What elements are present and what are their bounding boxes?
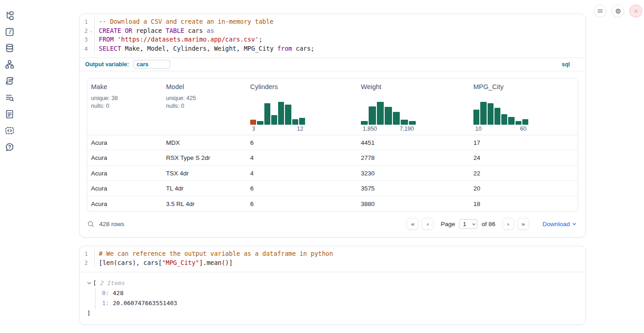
table-row[interactable]: AcuraTL 4dr6357520 <box>87 181 578 196</box>
table-row[interactable]: AcuraTSX 4dr4323022 <box>87 166 578 181</box>
column-header-make[interactable]: Make unique: 38 nulls: 0 <box>87 79 162 135</box>
hist-bar[interactable] <box>264 103 270 125</box>
pagination: « ‹ Page 1 of 86 › » Download <box>407 218 576 230</box>
menu-button[interactable] <box>594 5 606 17</box>
column-header-model[interactable]: Model unique: 425 nulls: 0 <box>162 79 247 135</box>
hist-bar[interactable] <box>369 106 376 125</box>
hist-bar[interactable] <box>508 117 514 125</box>
hist-bar[interactable] <box>271 115 277 125</box>
gear-icon <box>615 8 622 15</box>
download-button[interactable]: Download <box>542 221 576 227</box>
hist-bar[interactable] <box>250 120 256 125</box>
search-icon[interactable] <box>87 220 95 228</box>
settings-button[interactable] <box>612 5 624 17</box>
hist-bar[interactable] <box>501 114 507 125</box>
help-chat-icon[interactable] <box>5 142 15 152</box>
first-page-button[interactable]: « <box>407 218 419 230</box>
table-cell: Acura <box>87 150 162 165</box>
hist-bar[interactable] <box>299 118 305 125</box>
collapse-toggle[interactable] <box>87 281 91 285</box>
table-cell: 4 <box>247 166 357 181</box>
datasources-icon[interactable] <box>5 43 15 53</box>
variables-icon[interactable]: f <box>5 27 15 37</box>
cylinders-histogram[interactable]: 312 <box>250 102 305 132</box>
table-cell: 2778 <box>357 150 470 165</box>
code-line[interactable]: 3FROM 'https://datasets.marimo.app/cars.… <box>80 35 585 44</box>
hist-bar[interactable] <box>393 112 400 125</box>
line-number: 1 <box>80 17 88 26</box>
python-code-editor[interactable]: 1# We can reference the output variable … <box>80 246 585 271</box>
output-variable-label: Output variable: <box>85 61 129 68</box>
table-cell: MDX <box>162 135 247 150</box>
hist-bar[interactable] <box>377 102 384 125</box>
logs-search-icon[interactable] <box>5 93 15 103</box>
hist-bar[interactable] <box>473 110 479 125</box>
chevron-down-icon <box>87 281 91 285</box>
shutdown-button[interactable] <box>629 5 642 17</box>
table-row[interactable]: AcuraMDX6445117 <box>87 135 578 151</box>
hist-bar[interactable] <box>385 107 392 125</box>
mpg-city-histogram[interactable]: 1060 <box>473 102 528 132</box>
dependencies-icon[interactable] <box>5 59 15 69</box>
table-cell: 24 <box>470 150 578 165</box>
code-line[interactable]: 2[len(cars), cars["MPG_City"].mean()] <box>80 259 585 268</box>
table-cell: 3.5 RL 4dr <box>162 196 247 211</box>
hist-bar[interactable] <box>292 119 298 125</box>
item-index: 0: <box>102 290 109 296</box>
close-bracket: ] <box>87 309 578 318</box>
code-line[interactable]: 2⌄CREATE OR replace TABLE cars as <box>80 26 585 36</box>
unique-stat: unique: 425 <box>166 95 243 102</box>
column-header-weight[interactable]: Weight 1,8507,190 <box>357 79 470 135</box>
hist-max-label: 7,190 <box>400 126 414 132</box>
documentation-icon[interactable] <box>5 109 15 119</box>
table-cell: 6 <box>247 196 357 211</box>
table-cell: 3575 <box>357 181 470 196</box>
next-page-button[interactable]: › <box>502 218 514 230</box>
hist-bar[interactable] <box>522 119 528 125</box>
hist-bar[interactable] <box>494 108 500 125</box>
hist-bar[interactable] <box>488 103 494 125</box>
table-row[interactable]: AcuraRSX Type S 2dr4277824 <box>87 150 578 166</box>
hist-bar[interactable] <box>361 121 368 125</box>
weight-histogram[interactable]: 1,8507,190 <box>361 102 416 132</box>
code-line[interactable]: 1# We can reference the output variable … <box>80 249 585 259</box>
output-variable-input[interactable] <box>134 60 170 69</box>
fold-chevron-icon[interactable]: ⌄ <box>88 26 94 36</box>
file-explorer-icon[interactable] <box>5 11 15 21</box>
hist-bar[interactable] <box>409 121 416 125</box>
hist-bar[interactable] <box>285 105 291 125</box>
last-page-button[interactable]: » <box>517 218 529 230</box>
chevron-down-icon <box>572 222 576 226</box>
page-select[interactable]: 1 <box>459 219 478 229</box>
sql-code-editor[interactable]: 1-- Download a CSV and create an in-memo… <box>80 14 585 58</box>
hist-bar[interactable] <box>257 121 263 125</box>
table-cell: 17 <box>470 135 578 150</box>
outline-icon[interactable] <box>5 76 15 86</box>
items-summary: 2 Items <box>100 278 125 288</box>
code-line[interactable]: 1-- Download a CSV and create an in-memo… <box>80 17 585 26</box>
prev-page-button[interactable]: ‹ <box>422 218 434 230</box>
table-cell: 20 <box>470 181 578 196</box>
table-cell: TSX 4dr <box>162 166 247 181</box>
table-cell: 4 <box>247 150 357 165</box>
column-header-mpg-city[interactable]: MPG_City 1060 <box>470 79 578 135</box>
hist-bar[interactable] <box>401 120 408 125</box>
snippets-icon[interactable] <box>5 126 15 136</box>
hist-bar[interactable] <box>278 102 284 125</box>
hist-bar[interactable] <box>480 102 486 125</box>
output-variable-row: Output variable: sql <box>80 58 585 71</box>
table-footer: 428 rows « ‹ Page 1 of 86 › » Download <box>80 211 585 237</box>
hist-bar[interactable] <box>515 121 521 125</box>
table-cell: 6 <box>247 181 357 196</box>
table-row[interactable]: Acura3.5 RL 4dr6388018 <box>87 196 578 211</box>
column-header-cylinders[interactable]: Cylinders 312 <box>247 79 357 135</box>
tree-item: 0: 428 <box>102 288 578 299</box>
open-bracket: [ <box>93 278 97 288</box>
unique-stat: unique: 38 <box>91 95 159 102</box>
sql-cell: 1-- Download a CSV and create an in-memo… <box>79 14 586 238</box>
table-cell: Acura <box>87 196 162 211</box>
python-cell: 1# We can reference the output variable … <box>79 246 586 324</box>
line-number: 1 <box>80 249 88 259</box>
nulls-stat: nulls: 0 <box>91 102 159 110</box>
code-line[interactable]: 4SELECT Make, Model, Cylinders, Weight, … <box>80 44 585 53</box>
